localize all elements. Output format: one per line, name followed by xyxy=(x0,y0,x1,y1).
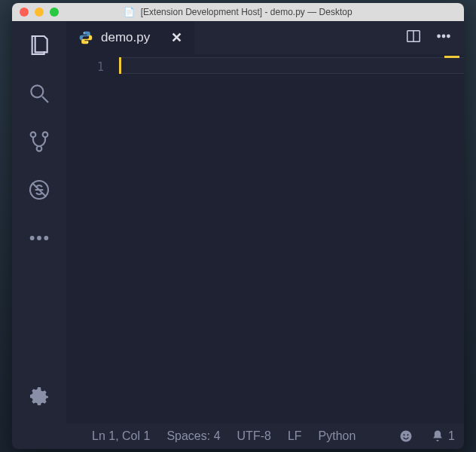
svg-point-7 xyxy=(30,236,35,240)
svg-point-10 xyxy=(84,32,85,34)
window-title: 📄 [Extension Development Host] - demo.py… xyxy=(12,7,464,17)
debug-icon xyxy=(27,178,51,205)
indentation-status[interactable]: Spaces: 4 xyxy=(166,429,220,443)
minimize-window-button[interactable] xyxy=(35,8,44,17)
encoding-status[interactable]: UTF-8 xyxy=(237,429,271,443)
settings-button[interactable] xyxy=(26,384,53,411)
split-icon xyxy=(405,28,422,47)
notifications-count: 1 xyxy=(448,429,455,443)
cursor-position[interactable]: Ln 1, Col 1 xyxy=(92,429,150,443)
ellipsis-icon xyxy=(435,28,452,47)
window-body: demo.py ✕ xyxy=(12,21,464,423)
search-tab[interactable] xyxy=(26,81,53,108)
close-tab-button[interactable]: ✕ xyxy=(171,29,182,46)
window-controls xyxy=(12,8,59,17)
search-icon xyxy=(27,81,51,108)
more-editor-actions-button[interactable] xyxy=(435,28,452,47)
svg-point-8 xyxy=(37,236,41,240)
svg-line-1 xyxy=(42,96,48,102)
code-content[interactable] xyxy=(119,54,464,423)
svg-point-3 xyxy=(43,132,48,137)
eol-status[interactable]: LF xyxy=(288,429,302,443)
svg-point-16 xyxy=(447,35,450,37)
app-window: 📄 [Extension Development Host] - demo.py… xyxy=(12,3,464,449)
debug-tab[interactable] xyxy=(26,178,53,205)
gear-icon xyxy=(27,384,51,411)
svg-point-17 xyxy=(401,431,412,442)
text-cursor xyxy=(119,57,121,74)
current-line-highlight xyxy=(119,57,464,74)
close-window-button[interactable] xyxy=(20,8,29,17)
overview-ruler-mark xyxy=(444,56,459,58)
editor-group: demo.py ✕ xyxy=(66,21,464,423)
python-icon xyxy=(78,30,93,45)
notifications-button[interactable]: 1 xyxy=(430,429,455,444)
file-icon: 📄 xyxy=(124,7,135,17)
split-editor-button[interactable] xyxy=(405,28,422,47)
files-icon xyxy=(27,33,51,60)
tab-bar: demo.py ✕ xyxy=(66,21,464,54)
status-bar: Ln 1, Col 1 Spaces: 4 UTF-8 LF Python 1 xyxy=(12,423,464,449)
feedback-button[interactable] xyxy=(398,429,413,444)
language-mode[interactable]: Python xyxy=(319,429,356,443)
line-number-gutter: 1 xyxy=(66,54,119,423)
svg-point-2 xyxy=(31,132,36,137)
explorer-tab[interactable] xyxy=(26,33,53,60)
svg-point-14 xyxy=(438,35,440,37)
close-icon: ✕ xyxy=(171,30,182,45)
maximize-window-button[interactable] xyxy=(50,8,59,17)
svg-point-11 xyxy=(87,42,89,44)
svg-point-18 xyxy=(404,434,405,435)
svg-point-9 xyxy=(44,236,48,240)
svg-point-15 xyxy=(442,35,444,37)
editor-actions xyxy=(405,21,464,54)
svg-point-19 xyxy=(407,434,409,435)
smiley-icon xyxy=(398,429,413,441)
tab-demo-py[interactable]: demo.py ✕ xyxy=(66,21,194,54)
tab-label: demo.py xyxy=(101,30,150,45)
svg-point-0 xyxy=(31,85,43,97)
branch-icon xyxy=(27,130,51,157)
more-views-button[interactable] xyxy=(26,226,53,253)
window-title-text: [Extension Development Host] - demo.py —… xyxy=(141,7,352,17)
bell-icon xyxy=(430,429,445,444)
line-number: 1 xyxy=(66,59,104,75)
ellipsis-icon xyxy=(27,226,51,253)
editor-area[interactable]: 1 xyxy=(66,54,464,423)
titlebar: 📄 [Extension Development Host] - demo.py… xyxy=(12,3,464,21)
source-control-tab[interactable] xyxy=(26,130,53,157)
activity-bar xyxy=(12,21,66,423)
